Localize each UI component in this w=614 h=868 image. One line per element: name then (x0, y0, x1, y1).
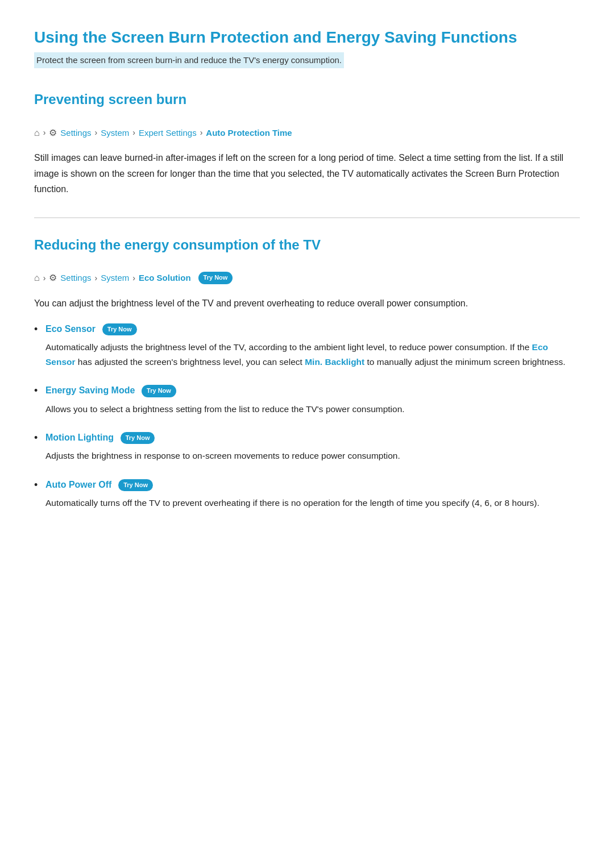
eco-solution-try-now-badge[interactable]: Try Now (198, 272, 233, 284)
motion-lighting-try-now-badge[interactable]: Try Now (121, 432, 155, 445)
eco-sensor-desc: Automatically adjusts the brightness lev… (45, 340, 580, 369)
section2-title: Reducing the energy consumption of the T… (34, 234, 580, 259)
auto-power-off-title: Auto Power Off (45, 480, 111, 489)
breadcrumb2-settings[interactable]: Settings (60, 271, 91, 285)
min-backlight-inline-link[interactable]: Min. Backlight (305, 357, 364, 367)
section1-title: Preventing screen burn (34, 89, 580, 114)
eco-sensor-inline-link[interactable]: Eco Sensor (45, 342, 548, 367)
energy-saving-mode-title: Energy Saving Mode (45, 385, 135, 395)
page-title: Using the Screen Burn Protection and Ene… (34, 27, 580, 48)
home-icon[interactable]: ⌂ (34, 126, 40, 140)
auto-power-off-desc: Automatically turns off the TV to preven… (45, 496, 580, 510)
breadcrumb-auto-protection-time[interactable]: Auto Protection Time (206, 126, 292, 140)
energy-saving-mode-try-now-badge[interactable]: Try Now (142, 385, 176, 397)
breadcrumb-system[interactable]: System (101, 126, 129, 140)
breadcrumb-sep-1: › (95, 126, 98, 139)
list-item-motion-lighting: Motion Lighting Try Now Adjusts the brig… (34, 430, 580, 463)
motion-lighting-title: Motion Lighting (45, 433, 114, 442)
page-subtitle: Protect the screen from screen burn-in a… (34, 52, 344, 68)
section2-intro: You can adjust the brightness level of t… (34, 296, 580, 311)
energy-saving-mode-desc: Allows you to select a brightness settin… (45, 402, 580, 417)
eco-sensor-try-now-badge[interactable]: Try Now (102, 323, 137, 336)
section-divider (34, 217, 580, 218)
breadcrumb-sep-2: › (132, 126, 135, 139)
home-icon-2[interactable]: ⌂ (34, 271, 40, 285)
breadcrumb2-sep-1: › (95, 272, 98, 284)
settings-gear-icon-2: ⚙ (49, 271, 57, 285)
breadcrumb-settings[interactable]: Settings (60, 126, 91, 140)
breadcrumb2-eco-solution[interactable]: Eco Solution (139, 271, 191, 285)
breadcrumb-1: ⌂ › ⚙ Settings › System › Expert Setting… (34, 126, 580, 140)
breadcrumb-sep-0: › (43, 126, 46, 139)
section1-body: Still images can leave burned-in after-i… (34, 150, 580, 197)
breadcrumb-2: ⌂ › ⚙ Settings › System › Eco Solution T… (34, 271, 580, 285)
eco-features-list: Eco Sensor Try Now Automatically adjusts… (34, 321, 580, 510)
breadcrumb2-system[interactable]: System (101, 271, 129, 285)
list-item-energy-saving-mode: Energy Saving Mode Try Now Allows you to… (34, 383, 580, 416)
breadcrumb-sep-3: › (200, 126, 203, 139)
list-item-eco-sensor: Eco Sensor Try Now Automatically adjusts… (34, 321, 580, 369)
auto-power-off-try-now-badge[interactable]: Try Now (118, 479, 153, 492)
breadcrumb-expert-settings[interactable]: Expert Settings (139, 126, 197, 140)
breadcrumb2-sep-0: › (43, 272, 46, 284)
breadcrumb2-sep-2: › (132, 272, 135, 284)
list-item-auto-power-off: Auto Power Off Try Now Automatically tur… (34, 477, 580, 510)
settings-gear-icon: ⚙ (49, 126, 57, 140)
eco-sensor-title: Eco Sensor (45, 324, 96, 334)
motion-lighting-desc: Adjusts the brightness in response to on… (45, 448, 580, 463)
